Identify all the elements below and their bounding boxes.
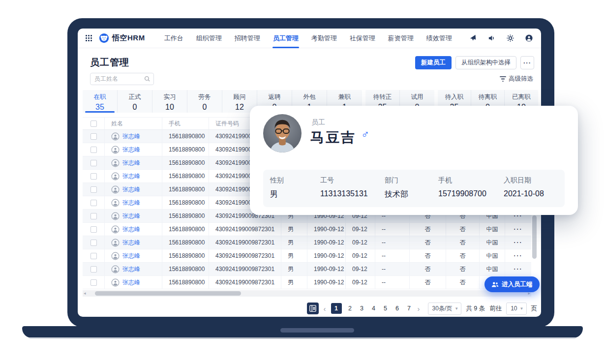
menu-item-employee[interactable]: 员工管理 (267, 29, 305, 48)
prev-page-button[interactable]: ‹ (323, 304, 327, 313)
next-page-button[interactable]: › (417, 304, 421, 313)
menu-item-salary[interactable]: 薪资管理 (382, 29, 420, 48)
employee-name-link[interactable]: 张志峰 (122, 239, 140, 247)
search-placeholder: 员工姓名 (94, 75, 118, 83)
cell-phone: 15618890800 (162, 263, 209, 275)
brand-name: 悟空HRM (112, 33, 145, 43)
cell-phone: 15618890800 (162, 276, 209, 289)
employee-name-link[interactable]: 张志峰 (122, 212, 140, 220)
menu-item-attendance[interactable]: 考勤管理 (305, 29, 343, 48)
horizontal-scrollbar[interactable]: ◂ ▸ (83, 290, 531, 297)
vertical-scrollbar-thumb[interactable] (532, 215, 537, 259)
row-checkbox[interactable] (91, 266, 97, 273)
employee-name-link[interactable]: 张志峰 (122, 185, 140, 194)
tab-regular[interactable]: 正式 0 (118, 90, 152, 113)
table-row[interactable]: 张志峰 15618890800 430924199009872301 男 199… (83, 249, 531, 263)
row-checkbox[interactable] (91, 160, 97, 166)
row-checkbox[interactable] (91, 279, 97, 286)
chevron-down-icon: ▼ (454, 306, 458, 311)
pagination-bar: ‹ 1 2 3 4 5 6 7 › 30条/页 ▼ 共 9 条 前往 (307, 302, 537, 315)
employee-name-link[interactable]: 张志峰 (122, 172, 140, 181)
employee-photo-avatar (263, 114, 302, 152)
cell-phone: 15618890800 (162, 156, 209, 169)
row-checkbox[interactable] (91, 147, 97, 153)
employee-name-link[interactable]: 张志峰 (122, 199, 140, 207)
row-checkbox[interactable] (91, 253, 97, 259)
cell-flag2: 否 (446, 263, 480, 275)
page-1[interactable]: 1 (331, 303, 342, 314)
cell-birthday: 09-12 (346, 223, 375, 236)
row-checkbox[interactable] (91, 226, 97, 233)
page-size-select[interactable]: 30条/页 ▼ (428, 303, 462, 315)
row-checkbox[interactable] (91, 200, 97, 206)
tab-active-staff[interactable]: 在职 35 (83, 90, 118, 113)
person-avatar-icon (111, 265, 120, 273)
advanced-filter-label: 高级筛选 (509, 75, 533, 83)
more-actions-button[interactable]: ··· (520, 56, 534, 69)
page-6[interactable]: 6 (394, 305, 401, 312)
row-checkbox[interactable] (91, 213, 97, 219)
page-5[interactable]: 5 (382, 305, 389, 312)
employee-name-link[interactable]: 张志峰 (122, 146, 140, 154)
page-header: 员工管理 新建员工 从组织架构中选择 ··· (90, 55, 534, 70)
table-layout-icon[interactable] (307, 303, 319, 314)
select-from-org-button[interactable]: 从组织架构中选择 (455, 56, 516, 69)
menu-item-org[interactable]: 组织管理 (190, 29, 228, 48)
chevron-down-icon: ▼ (520, 306, 524, 311)
new-employee-button[interactable]: 新建员工 (415, 56, 452, 69)
table-row[interactable]: 张志峰 15618890800 430924199009872301 男 199… (83, 276, 531, 289)
cell-flag1: 否 (410, 236, 446, 249)
select-all-checkbox[interactable] (91, 121, 97, 127)
cell-birth-date: 1990-09-12 (307, 263, 346, 275)
settings-gear-icon[interactable] (506, 34, 514, 42)
row-actions-button[interactable]: ··· (514, 266, 523, 273)
row-checkbox[interactable] (91, 133, 97, 140)
page-2[interactable]: 2 (347, 305, 354, 312)
row-checkbox[interactable] (91, 186, 97, 193)
cell-flag1: 否 (410, 263, 446, 275)
cell-country: 中国 (480, 236, 505, 249)
page-title: 员工管理 (90, 56, 129, 69)
row-checkbox[interactable] (91, 173, 97, 180)
table-row[interactable]: 张志峰 15618890800 430924199009872301 男 199… (83, 236, 531, 249)
table-row[interactable]: 张志峰 15618890800 430924199009872301 男 199… (83, 263, 531, 276)
row-actions-button[interactable]: ··· (514, 226, 523, 233)
app-launcher-icon[interactable] (86, 35, 92, 41)
cell-phone: 15618890800 (162, 143, 209, 156)
total-count-label: 共 9 条 (466, 304, 485, 313)
menu-item-recruit[interactable]: 招聘管理 (228, 29, 267, 48)
tab-intern[interactable]: 实习 10 (152, 90, 187, 113)
employee-name-link[interactable]: 张志峰 (122, 265, 140, 273)
employee-name-link[interactable]: 张志峰 (122, 132, 140, 141)
horizontal-scrollbar-thumb[interactable] (95, 291, 241, 296)
table-row[interactable]: 张志峰 15618890800 430924199009872301 男 199… (83, 223, 531, 236)
page-4[interactable]: 4 (370, 305, 377, 312)
row-actions-button[interactable]: ··· (514, 239, 523, 246)
person-avatar-icon (111, 159, 120, 167)
employee-name-search-input[interactable]: 员工姓名 (90, 73, 154, 85)
cell-empty-value: -- (375, 276, 410, 289)
row-actions-button[interactable]: ··· (514, 252, 523, 259)
page-3[interactable]: 3 (359, 305, 365, 312)
employee-name-link[interactable]: 张志峰 (122, 278, 140, 287)
menu-item-workbench[interactable]: 工作台 (158, 29, 190, 48)
employee-type-label: 员工 (311, 118, 325, 127)
menu-item-performance[interactable]: 绩效管理 (420, 29, 458, 48)
employee-name-link[interactable]: 张志峰 (122, 252, 140, 260)
tab-labor[interactable]: 劳务 0 (187, 90, 222, 113)
row-checkbox[interactable] (91, 240, 97, 246)
page-7[interactable]: 7 (406, 305, 413, 312)
filter-icon (500, 76, 506, 82)
announcement-icon[interactable] (469, 34, 477, 42)
employee-name-link[interactable]: 张志峰 (122, 225, 140, 234)
goto-page-input[interactable]: 10 ▼ (506, 303, 526, 315)
employee-name-link[interactable]: 张志峰 (122, 159, 140, 167)
advanced-filter-button[interactable]: 高级筛选 (500, 75, 533, 83)
menu-item-social-security[interactable]: 社保管理 (343, 29, 382, 48)
enter-employee-portal-button[interactable]: 进入员工端 (484, 276, 540, 292)
user-avatar-icon[interactable] (525, 34, 533, 42)
cell-phone: 15618890800 (162, 183, 209, 196)
volume-icon[interactable] (487, 34, 496, 42)
cell-phone: 15618890800 (162, 130, 209, 143)
scroll-left-arrow-icon[interactable]: ◂ (84, 291, 86, 296)
